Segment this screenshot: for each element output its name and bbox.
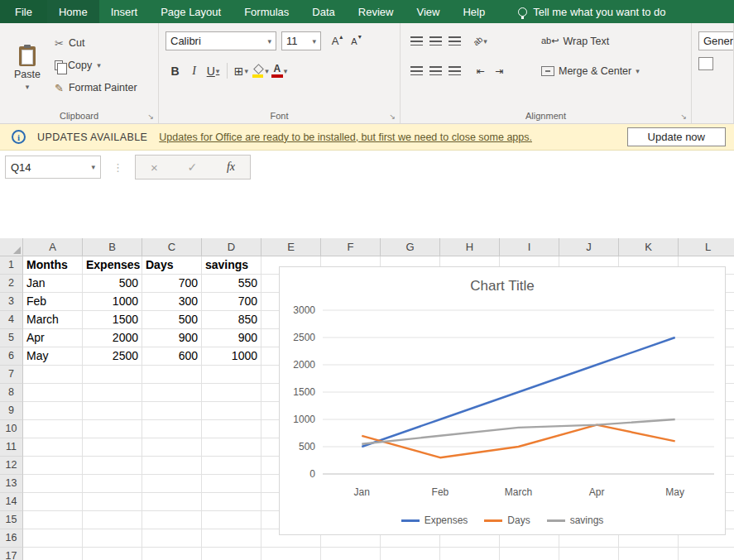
cell-B5[interactable]: 2000 bbox=[83, 329, 142, 347]
cell-B13[interactable] bbox=[83, 475, 142, 493]
tab-help[interactable]: Help bbox=[451, 0, 497, 23]
italic-button[interactable]: I bbox=[185, 61, 204, 80]
cell-C13[interactable] bbox=[142, 475, 202, 493]
row-header-1[interactable]: 1 bbox=[0, 256, 23, 275]
cell-A12[interactable] bbox=[23, 457, 83, 475]
cell-J17[interactable] bbox=[559, 548, 619, 560]
notification-link[interactable]: Updates for Office are ready to be insta… bbox=[159, 132, 532, 143]
paste-button[interactable]: Paste ▾ bbox=[7, 28, 48, 108]
paste-dropdown-arrow-icon[interactable]: ▾ bbox=[26, 83, 30, 91]
decrease-indent-button[interactable]: ⇤ bbox=[471, 61, 490, 80]
cell-A3[interactable]: Feb bbox=[23, 293, 83, 311]
cell-C15[interactable] bbox=[142, 511, 202, 529]
cell-D3[interactable]: 700 bbox=[202, 293, 261, 311]
font-size-combo[interactable]: 11 ▾ bbox=[281, 31, 321, 50]
format-painter-button[interactable]: ✎ Format Painter bbox=[55, 79, 137, 96]
cut-button[interactable]: ✂ Cut bbox=[55, 35, 137, 51]
cell-A11[interactable] bbox=[23, 438, 83, 457]
column-header-J[interactable]: J bbox=[559, 238, 619, 256]
align-center-button[interactable] bbox=[426, 61, 445, 80]
column-header-H[interactable]: H bbox=[440, 238, 500, 256]
increase-indent-button[interactable]: ⇥ bbox=[490, 61, 509, 80]
cell-G17[interactable] bbox=[381, 548, 440, 560]
font-dialog-launcher-icon[interactable]: ↘ bbox=[389, 112, 396, 121]
cell-C5[interactable]: 900 bbox=[142, 329, 202, 347]
cell-B17[interactable] bbox=[83, 548, 142, 560]
tab-home[interactable]: Home bbox=[47, 0, 99, 23]
legend-item-savings[interactable]: savings bbox=[547, 515, 604, 526]
cell-A16[interactable] bbox=[23, 529, 83, 548]
tab-file[interactable]: File bbox=[0, 0, 47, 23]
cell-A15[interactable] bbox=[23, 511, 83, 529]
decrease-font-size-button[interactable]: A▾ bbox=[347, 31, 366, 50]
name-box-arrow-icon[interactable]: ▾ bbox=[91, 163, 95, 171]
column-header-C[interactable]: C bbox=[142, 238, 202, 256]
cell-H17[interactable] bbox=[440, 548, 500, 560]
tab-view[interactable]: View bbox=[405, 0, 451, 23]
cell-B10[interactable] bbox=[83, 420, 142, 438]
tab-page-layout[interactable]: Page Layout bbox=[149, 0, 233, 23]
cell-D1[interactable]: savings bbox=[202, 256, 261, 275]
row-header-2[interactable]: 2 bbox=[0, 275, 23, 293]
select-all-corner[interactable] bbox=[0, 238, 23, 256]
cell-D13[interactable] bbox=[202, 475, 261, 493]
cell-D5[interactable]: 900 bbox=[202, 329, 261, 347]
cell-C8[interactable] bbox=[142, 384, 202, 402]
align-right-button[interactable] bbox=[445, 61, 464, 80]
cell-A6[interactable]: May bbox=[23, 347, 83, 366]
legend-item-Expenses[interactable]: Expenses bbox=[401, 515, 468, 526]
tab-insert[interactable]: Insert bbox=[99, 0, 150, 23]
increase-font-size-button[interactable]: A▴ bbox=[328, 31, 347, 50]
cell-K17[interactable] bbox=[619, 548, 679, 560]
tell-me-box[interactable]: Tell me what you want to do bbox=[518, 0, 665, 23]
cell-B16[interactable] bbox=[83, 529, 142, 548]
align-top-button[interactable] bbox=[407, 31, 426, 50]
column-header-L[interactable]: L bbox=[679, 238, 734, 256]
column-header-D[interactable]: D bbox=[202, 238, 261, 256]
cell-B6[interactable]: 2500 bbox=[83, 347, 142, 366]
cell-B12[interactable] bbox=[83, 457, 142, 475]
cell-D7[interactable] bbox=[202, 366, 261, 384]
tab-data[interactable]: Data bbox=[300, 0, 346, 23]
cell-D11[interactable] bbox=[202, 438, 261, 457]
cell-C12[interactable] bbox=[142, 457, 202, 475]
row-header-13[interactable]: 13 bbox=[0, 475, 23, 493]
insert-function-icon[interactable]: fx bbox=[227, 160, 235, 174]
cell-D14[interactable] bbox=[202, 493, 261, 511]
cell-C3[interactable]: 300 bbox=[142, 293, 202, 311]
row-header-10[interactable]: 10 bbox=[0, 420, 23, 438]
row-header-3[interactable]: 3 bbox=[0, 293, 23, 311]
cell-A1[interactable]: Months bbox=[23, 256, 83, 275]
cell-D6[interactable]: 1000 bbox=[202, 347, 261, 366]
column-header-E[interactable]: E bbox=[261, 238, 321, 256]
update-now-button[interactable]: Update now bbox=[627, 127, 726, 146]
cell-B7[interactable] bbox=[83, 366, 142, 384]
cell-C7[interactable] bbox=[142, 366, 202, 384]
row-header-7[interactable]: 7 bbox=[0, 366, 23, 384]
number-format-combo[interactable]: Gener bbox=[698, 31, 734, 50]
confirm-entry-icon[interactable]: ✓ bbox=[187, 160, 197, 174]
cell-B2[interactable]: 500 bbox=[83, 275, 142, 293]
cell-D9[interactable] bbox=[202, 402, 261, 420]
row-header-8[interactable]: 8 bbox=[0, 384, 23, 402]
cell-D10[interactable] bbox=[202, 420, 261, 438]
cell-A8[interactable] bbox=[23, 384, 83, 402]
cell-A4[interactable]: March bbox=[23, 311, 83, 329]
formula-input[interactable] bbox=[251, 155, 734, 179]
font-color-button[interactable]: A▾ bbox=[270, 61, 289, 80]
cell-C6[interactable]: 600 bbox=[142, 347, 202, 366]
copy-dropdown-arrow-icon[interactable]: ▾ bbox=[97, 61, 101, 69]
column-header-I[interactable]: I bbox=[500, 238, 559, 256]
row-header-16[interactable]: 16 bbox=[0, 529, 23, 548]
column-header-A[interactable]: A bbox=[23, 238, 83, 256]
column-header-K[interactable]: K bbox=[619, 238, 679, 256]
cell-B9[interactable] bbox=[83, 402, 142, 420]
bold-button[interactable]: B bbox=[166, 61, 185, 80]
cell-C10[interactable] bbox=[142, 420, 202, 438]
cell-C11[interactable] bbox=[142, 438, 202, 457]
cell-A2[interactable]: Jan bbox=[23, 275, 83, 293]
column-header-B[interactable]: B bbox=[83, 238, 142, 256]
cell-A14[interactable] bbox=[23, 493, 83, 511]
cell-L17[interactable] bbox=[679, 548, 734, 560]
row-header-14[interactable]: 14 bbox=[0, 493, 23, 511]
